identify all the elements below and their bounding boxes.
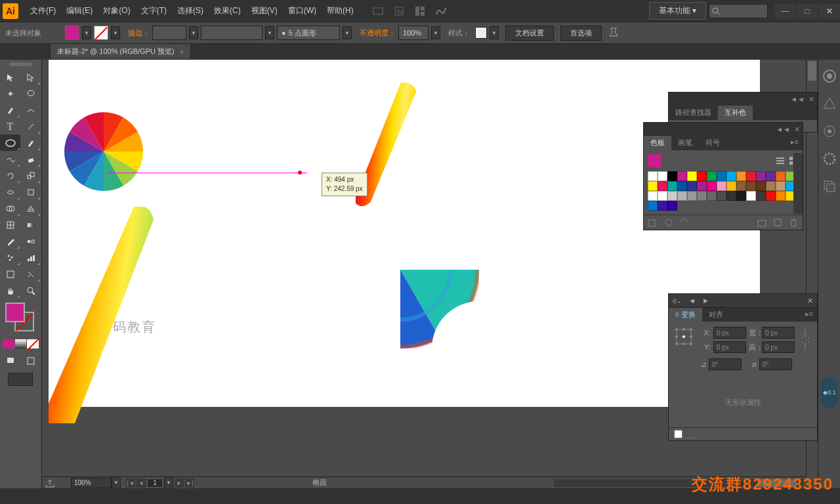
next-page[interactable]: ► <box>175 478 184 488</box>
magic-wand-tool[interactable]: ✦ <box>0 85 20 102</box>
fill-dropdown[interactable]: ▼ <box>82 26 91 39</box>
swatch-cell[interactable] <box>717 171 726 181</box>
mesh-tool[interactable] <box>0 217 20 233</box>
new-group-icon[interactable] <box>757 218 767 227</box>
swatch-close-icon[interactable]: ✕ <box>794 125 800 134</box>
swatch-cell[interactable] <box>677 191 687 201</box>
current-fill-swatch[interactable] <box>648 154 661 167</box>
swatch-cell[interactable] <box>687 171 697 181</box>
symbols-tab[interactable]: 符号 <box>699 136 726 150</box>
bridge-icon[interactable] <box>372 5 384 17</box>
screen-mode-full[interactable] <box>20 352 41 369</box>
ellipse-tool[interactable] <box>0 135 20 151</box>
menu-view[interactable]: 视图(V) <box>246 3 283 19</box>
hand-tool[interactable] <box>0 282 20 299</box>
swatch-cell[interactable] <box>776 191 786 201</box>
export-icon[interactable] <box>45 478 55 488</box>
gradient-tool[interactable] <box>20 217 41 233</box>
eyedropper-tool[interactable] <box>0 233 20 249</box>
transform-menu-icon[interactable]: ▸≡ <box>801 308 817 322</box>
swatch-options-icon[interactable] <box>679 218 690 227</box>
swatch-cell[interactable] <box>717 181 726 191</box>
swatch-cell[interactable] <box>677 171 687 181</box>
float-badge[interactable]: ◆ 0.1 <box>820 377 839 408</box>
color-mode-button[interactable] <box>3 339 14 348</box>
stroke-panel-icon[interactable] <box>822 152 837 166</box>
swatch-cell[interactable] <box>756 181 766 191</box>
blend-tool[interactable] <box>20 233 41 249</box>
swatch-cell[interactable] <box>756 191 766 201</box>
swatch-cell[interactable] <box>707 191 717 201</box>
stock-icon[interactable]: St <box>393 5 405 17</box>
swatch-cell[interactable] <box>667 201 677 211</box>
menu-object[interactable]: 对象(O) <box>98 3 135 19</box>
swatch-cell[interactable] <box>776 181 786 191</box>
gradient-mode-button[interactable] <box>15 339 27 348</box>
swatch-cell[interactable] <box>746 191 756 201</box>
swatch-cell[interactable] <box>707 181 717 191</box>
new-swatch-icon[interactable] <box>772 218 783 227</box>
swatch-cell[interactable] <box>776 171 786 181</box>
color-guide-icon[interactable] <box>822 96 837 111</box>
perspective-tool[interactable] <box>20 200 41 217</box>
draw-mode-button[interactable] <box>8 373 33 386</box>
fill-color-swatch[interactable] <box>65 26 79 40</box>
reference-point-icon[interactable] <box>674 327 694 346</box>
swatch-cell[interactable] <box>648 191 658 201</box>
fill-stroke-indicator[interactable] <box>3 303 39 334</box>
scale-corners-checkbox[interactable] <box>674 430 682 438</box>
swatch-cell[interactable] <box>736 171 746 181</box>
swatch-cell[interactable] <box>756 171 766 181</box>
shear-input[interactable] <box>759 358 792 370</box>
line-tool[interactable] <box>20 118 41 135</box>
swatch-cell[interactable] <box>717 191 726 201</box>
rotate-tool[interactable] <box>0 167 20 184</box>
layers-panel-icon[interactable] <box>822 179 837 194</box>
screen-mode-normal[interactable] <box>0 352 20 369</box>
swatch-cell[interactable] <box>687 181 697 191</box>
lib-close[interactable]: ✕ <box>807 297 813 305</box>
opacity-input[interactable]: 100% <box>398 26 429 40</box>
swatch-cell[interactable] <box>766 191 776 201</box>
pathfinder-tab[interactable]: 路径查找器 <box>669 106 718 120</box>
scale-tool[interactable] <box>20 167 41 184</box>
pen-tool[interactable] <box>0 102 20 118</box>
swatch-cell[interactable] <box>648 201 658 211</box>
artboard-tool[interactable] <box>0 266 20 282</box>
swatch-cell[interactable] <box>658 181 667 191</box>
brush-dropdown[interactable]: ●5 点圆形 <box>277 26 340 40</box>
panel-menu-icon[interactable]: ▸≡ <box>787 136 803 150</box>
swatch-cell[interactable] <box>648 181 658 191</box>
swatch-cell[interactable] <box>726 181 736 191</box>
menu-file[interactable]: 文件(F) <box>25 3 61 19</box>
swatch-kind-icon[interactable] <box>663 218 674 227</box>
search-input[interactable] <box>709 4 768 18</box>
swatch-grid[interactable] <box>648 171 799 211</box>
swatch-cell[interactable] <box>726 171 736 181</box>
swatch-cell[interactable] <box>648 171 658 181</box>
menu-effect[interactable]: 效果(C) <box>209 3 246 19</box>
document-tab[interactable]: 未标题-2* @ 100% (RGB/GPU 预览) × <box>50 43 191 60</box>
shape-builder-tool[interactable] <box>0 200 20 217</box>
slice-tool[interactable] <box>20 266 41 282</box>
swatch-cell[interactable] <box>658 171 667 181</box>
shaper-tool[interactable] <box>0 151 20 167</box>
lib-prev[interactable]: ◄ <box>688 297 696 304</box>
brushes-tab[interactable]: 画笔 <box>671 136 699 150</box>
menu-window[interactable]: 窗口(W) <box>283 3 322 19</box>
panel-close-icon[interactable]: ✕ <box>808 95 814 104</box>
menu-edit[interactable]: 编辑(E) <box>61 3 98 19</box>
swatch-collapse-icon[interactable]: ◄◄ <box>776 125 790 133</box>
graph-tool[interactable] <box>20 249 41 266</box>
lib-nav-icon[interactable]: ⎋▸ <box>673 297 682 304</box>
swatches-tab[interactable]: 色板 <box>644 136 671 150</box>
arrange-icon[interactable] <box>414 5 426 17</box>
prev-page[interactable]: ◄ <box>136 478 146 488</box>
swatch-cell[interactable] <box>667 171 677 181</box>
swatch-cell[interactable] <box>726 191 736 201</box>
close-button[interactable]: ✕ <box>819 4 840 18</box>
menu-type[interactable]: 文字(T) <box>136 3 172 19</box>
lib-next[interactable]: ► <box>702 297 709 304</box>
delete-swatch-icon[interactable] <box>788 218 799 227</box>
stroke-weight-input[interactable] <box>152 26 186 40</box>
